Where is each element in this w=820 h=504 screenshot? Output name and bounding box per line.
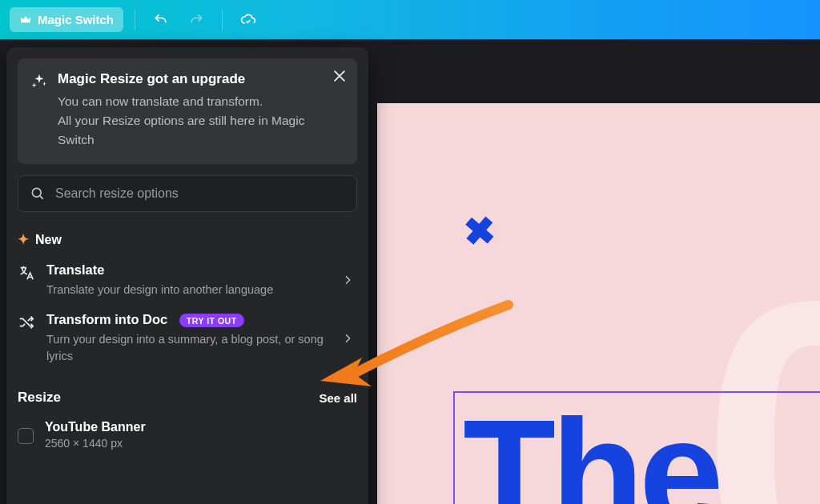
canvas-wrap: 0 ✖ The xyxy=(377,71,820,504)
crown-icon xyxy=(19,14,32,26)
notice-close-button[interactable] xyxy=(332,68,348,87)
sparkles-icon xyxy=(30,73,48,150)
redo-button[interactable] xyxy=(182,6,211,34)
item-title: Transform into Doc TRY IT OUT xyxy=(46,312,330,327)
cloud-check-icon xyxy=(240,12,256,28)
resize-body: YouTube Banner 2560 × 1440 px xyxy=(45,420,357,450)
shuffle-icon xyxy=(18,314,35,334)
resize-option-youtube-banner[interactable]: YouTube Banner 2560 × 1440 px xyxy=(18,420,357,450)
sparkle-icon: ✦ xyxy=(18,231,29,248)
editor-area: 0 ✖ The Magic Resize got an upgrade You … xyxy=(0,39,820,504)
item-title: Translate xyxy=(46,262,330,278)
chevron-right-icon xyxy=(341,332,354,345)
item-body: Translate Translate your design into ano… xyxy=(46,262,330,298)
redo-icon xyxy=(188,12,204,28)
close-icon xyxy=(332,68,348,84)
selection-box[interactable]: The xyxy=(453,391,820,504)
section-new: ✦ New xyxy=(18,231,357,248)
svg-point-0 xyxy=(32,188,41,197)
headline-text[interactable]: The xyxy=(463,385,719,504)
magic-switch-label: Magic Switch xyxy=(38,13,114,26)
undo-button[interactable] xyxy=(147,6,175,34)
search-icon xyxy=(30,186,46,202)
toolbar-divider xyxy=(222,10,223,30)
undo-icon xyxy=(153,12,169,28)
section-resize: Resize See all xyxy=(18,390,357,406)
search-input[interactable] xyxy=(55,186,345,201)
section-new-label: New xyxy=(35,233,62,247)
item-translate[interactable]: Translate Translate your design into ano… xyxy=(18,248,357,298)
notice-title: Magic Resize got an upgrade xyxy=(58,71,344,87)
resize-header: Resize xyxy=(18,390,61,406)
see-all-link[interactable]: See all xyxy=(319,391,357,405)
chevron-right-icon xyxy=(341,274,354,286)
toolbar-divider xyxy=(135,10,135,30)
item-transform-into-doc[interactable]: Transform into Doc TRY IT OUT Turn your … xyxy=(18,298,357,364)
item-subtitle: Turn your design into a summary, a blog … xyxy=(46,331,330,364)
search-bar[interactable] xyxy=(18,175,357,212)
translate-icon xyxy=(18,264,35,285)
cloud-sync-button[interactable] xyxy=(234,6,263,34)
magic-switch-button[interactable]: Magic Switch xyxy=(10,7,123,32)
top-toolbar: Magic Switch xyxy=(0,0,820,39)
try-it-out-badge: TRY IT OUT xyxy=(179,314,244,327)
design-canvas[interactable]: 0 ✖ The xyxy=(377,103,820,504)
item-subtitle: Translate your design into another langu… xyxy=(46,282,330,298)
resize-dims: 2560 × 1440 px xyxy=(45,437,357,450)
notice-body: Magic Resize got an upgrade You can now … xyxy=(58,71,344,150)
item-body: Transform into Doc TRY IT OUT Turn your … xyxy=(46,312,330,364)
resize-title: YouTube Banner xyxy=(45,420,357,434)
magic-switch-panel: Magic Resize got an upgrade You can now … xyxy=(6,47,368,504)
x-mark[interactable]: ✖ xyxy=(462,208,497,255)
checkbox[interactable] xyxy=(18,428,34,444)
upgrade-notice: Magic Resize got an upgrade You can now … xyxy=(18,58,357,164)
notice-text: You can now translate and transform. All… xyxy=(58,92,344,150)
